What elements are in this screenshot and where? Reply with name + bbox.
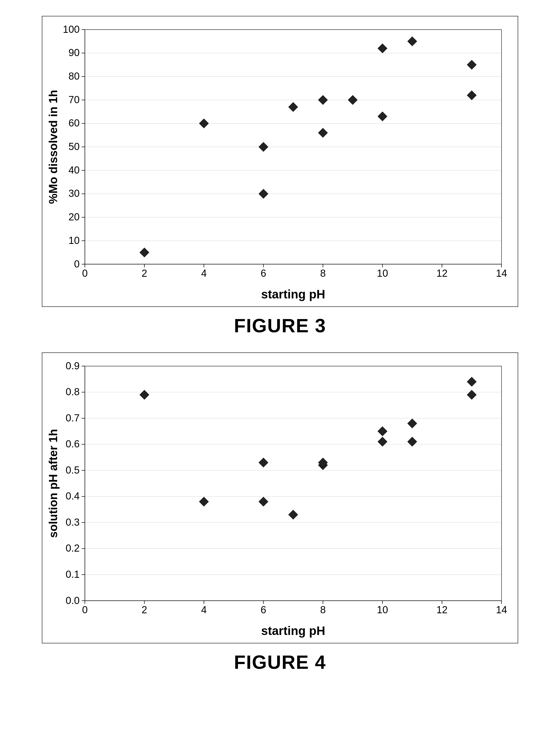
svg-text:50: 50	[68, 141, 80, 152]
svg-text:starting pH: starting pH	[261, 288, 325, 301]
svg-text:4: 4	[201, 604, 207, 615]
svg-text:80: 80	[68, 71, 80, 82]
svg-marker-129	[408, 437, 417, 447]
svg-marker-128	[408, 419, 417, 428]
svg-text:0: 0	[82, 268, 88, 279]
svg-text:10: 10	[377, 268, 388, 279]
svg-text:6: 6	[261, 604, 266, 615]
svg-text:2: 2	[142, 268, 147, 279]
svg-marker-66	[467, 91, 477, 100]
svg-marker-122	[288, 510, 298, 520]
figure4-chart: 024681012140.00.10.20.30.40.50.60.70.80.…	[42, 352, 518, 643]
svg-text:30: 30	[68, 188, 80, 199]
svg-marker-58	[288, 102, 298, 112]
svg-text:0.3: 0.3	[66, 517, 80, 528]
svg-marker-55	[199, 119, 209, 128]
svg-text:starting pH: starting pH	[261, 624, 325, 638]
svg-text:6: 6	[261, 268, 266, 279]
svg-text:8: 8	[320, 604, 326, 615]
svg-text:0.5: 0.5	[66, 464, 80, 476]
svg-text:0.8: 0.8	[66, 386, 80, 397]
svg-text:4: 4	[201, 268, 207, 279]
svg-marker-127	[378, 437, 387, 447]
svg-text:100: 100	[63, 24, 80, 35]
svg-text:0.7: 0.7	[66, 413, 80, 424]
svg-text:10: 10	[377, 604, 388, 615]
svg-marker-59	[318, 95, 328, 105]
svg-text:10: 10	[68, 235, 80, 246]
svg-text:60: 60	[68, 118, 80, 129]
figure3-chart: 024681012140102030405060708090100startin…	[42, 16, 518, 307]
svg-marker-56	[258, 189, 268, 199]
svg-text:70: 70	[68, 94, 80, 105]
svg-text:12: 12	[436, 268, 447, 279]
svg-text:40: 40	[68, 165, 80, 176]
svg-marker-61	[348, 95, 357, 105]
svg-text:14: 14	[496, 604, 507, 615]
svg-marker-126	[378, 426, 387, 436]
svg-marker-118	[140, 390, 149, 399]
svg-text:0.0: 0.0	[66, 595, 80, 606]
figure4-container: 024681012140.00.10.20.30.40.50.60.70.80.…	[21, 352, 539, 673]
svg-marker-60	[318, 128, 328, 137]
svg-marker-64	[408, 36, 417, 46]
svg-text:12: 12	[436, 604, 447, 615]
svg-text:8: 8	[320, 268, 326, 279]
svg-marker-65	[467, 60, 477, 70]
svg-text:90: 90	[68, 47, 80, 58]
svg-marker-120	[258, 497, 268, 506]
svg-marker-57	[258, 142, 268, 152]
svg-marker-130	[467, 377, 477, 387]
svg-text:0.6: 0.6	[66, 439, 80, 450]
svg-text:%Mo dissolved in 1h: %Mo dissolved in 1h	[46, 90, 60, 204]
svg-marker-62	[378, 44, 387, 53]
svg-text:0.9: 0.9	[66, 360, 80, 371]
figure3-label: FIGURE 3	[234, 315, 326, 336]
figure4-label: FIGURE 4	[234, 651, 326, 673]
svg-text:0.1: 0.1	[66, 569, 80, 580]
svg-text:0.4: 0.4	[66, 490, 80, 501]
svg-text:0: 0	[74, 258, 80, 269]
svg-text:0: 0	[82, 604, 88, 615]
svg-marker-131	[467, 390, 477, 399]
svg-text:14: 14	[496, 268, 507, 279]
svg-text:solution pH after 1h: solution pH after 1h	[46, 429, 60, 538]
svg-text:0.2: 0.2	[66, 543, 80, 554]
svg-text:2: 2	[142, 604, 147, 615]
svg-marker-63	[378, 111, 387, 121]
svg-marker-54	[140, 248, 149, 257]
svg-text:20: 20	[68, 212, 80, 223]
figure3-container: 024681012140102030405060708090100startin…	[21, 16, 539, 336]
svg-marker-119	[199, 497, 209, 506]
svg-marker-121	[258, 458, 268, 467]
